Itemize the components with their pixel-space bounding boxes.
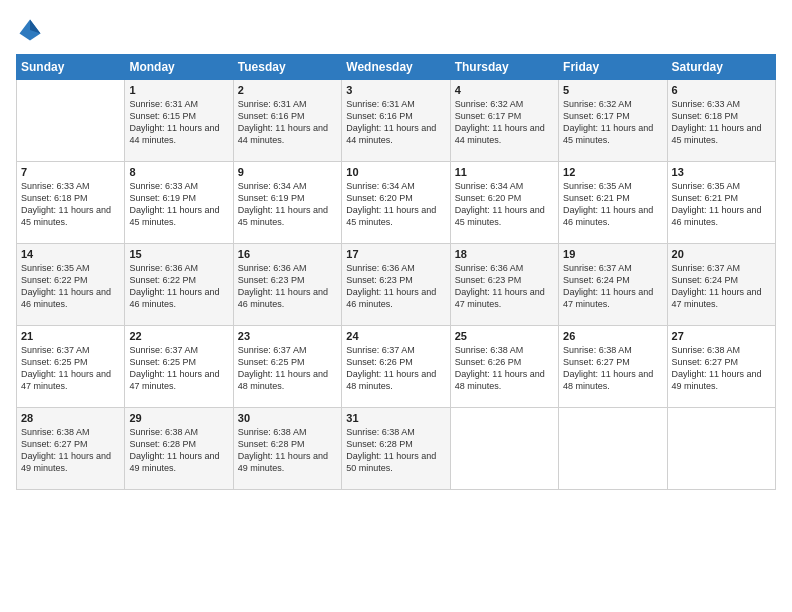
day-number: 26 xyxy=(563,330,662,342)
cell-info: Sunrise: 6:36 AM Sunset: 6:22 PM Dayligh… xyxy=(129,262,228,311)
calendar-cell: 7Sunrise: 6:33 AM Sunset: 6:18 PM Daylig… xyxy=(17,162,125,244)
cell-info: Sunrise: 6:35 AM Sunset: 6:21 PM Dayligh… xyxy=(672,180,771,229)
cell-info: Sunrise: 6:36 AM Sunset: 6:23 PM Dayligh… xyxy=(455,262,554,311)
cell-info: Sunrise: 6:38 AM Sunset: 6:28 PM Dayligh… xyxy=(129,426,228,475)
calendar-cell: 11Sunrise: 6:34 AM Sunset: 6:20 PM Dayli… xyxy=(450,162,558,244)
day-number: 10 xyxy=(346,166,445,178)
cell-info: Sunrise: 6:37 AM Sunset: 6:25 PM Dayligh… xyxy=(238,344,337,393)
calendar-cell: 29Sunrise: 6:38 AM Sunset: 6:28 PM Dayli… xyxy=(125,408,233,490)
cell-info: Sunrise: 6:38 AM Sunset: 6:27 PM Dayligh… xyxy=(563,344,662,393)
cell-info: Sunrise: 6:34 AM Sunset: 6:19 PM Dayligh… xyxy=(238,180,337,229)
day-number: 1 xyxy=(129,84,228,96)
calendar-cell: 31Sunrise: 6:38 AM Sunset: 6:28 PM Dayli… xyxy=(342,408,450,490)
cell-info: Sunrise: 6:36 AM Sunset: 6:23 PM Dayligh… xyxy=(238,262,337,311)
calendar-table: SundayMondayTuesdayWednesdayThursdayFrid… xyxy=(16,54,776,490)
calendar-cell: 21Sunrise: 6:37 AM Sunset: 6:25 PM Dayli… xyxy=(17,326,125,408)
day-number: 11 xyxy=(455,166,554,178)
day-number: 12 xyxy=(563,166,662,178)
day-number: 8 xyxy=(129,166,228,178)
cell-info: Sunrise: 6:38 AM Sunset: 6:28 PM Dayligh… xyxy=(346,426,445,475)
calendar-cell: 25Sunrise: 6:38 AM Sunset: 6:26 PM Dayli… xyxy=(450,326,558,408)
calendar-cell: 4Sunrise: 6:32 AM Sunset: 6:17 PM Daylig… xyxy=(450,80,558,162)
day-number: 29 xyxy=(129,412,228,424)
cell-info: Sunrise: 6:37 AM Sunset: 6:24 PM Dayligh… xyxy=(563,262,662,311)
cell-info: Sunrise: 6:33 AM Sunset: 6:18 PM Dayligh… xyxy=(21,180,120,229)
cell-info: Sunrise: 6:32 AM Sunset: 6:17 PM Dayligh… xyxy=(455,98,554,147)
calendar-cell: 20Sunrise: 6:37 AM Sunset: 6:24 PM Dayli… xyxy=(667,244,775,326)
cell-info: Sunrise: 6:31 AM Sunset: 6:15 PM Dayligh… xyxy=(129,98,228,147)
day-number: 6 xyxy=(672,84,771,96)
day-number: 9 xyxy=(238,166,337,178)
day-number: 21 xyxy=(21,330,120,342)
calendar-cell: 27Sunrise: 6:38 AM Sunset: 6:27 PM Dayli… xyxy=(667,326,775,408)
weekday-header-monday: Monday xyxy=(125,55,233,80)
calendar-cell: 9Sunrise: 6:34 AM Sunset: 6:19 PM Daylig… xyxy=(233,162,341,244)
weekday-header-friday: Friday xyxy=(559,55,667,80)
weekday-header-thursday: Thursday xyxy=(450,55,558,80)
calendar-cell: 30Sunrise: 6:38 AM Sunset: 6:28 PM Dayli… xyxy=(233,408,341,490)
calendar-cell: 18Sunrise: 6:36 AM Sunset: 6:23 PM Dayli… xyxy=(450,244,558,326)
calendar-cell: 12Sunrise: 6:35 AM Sunset: 6:21 PM Dayli… xyxy=(559,162,667,244)
calendar-cell: 16Sunrise: 6:36 AM Sunset: 6:23 PM Dayli… xyxy=(233,244,341,326)
calendar-cell: 26Sunrise: 6:38 AM Sunset: 6:27 PM Dayli… xyxy=(559,326,667,408)
day-number: 7 xyxy=(21,166,120,178)
calendar-cell: 8Sunrise: 6:33 AM Sunset: 6:19 PM Daylig… xyxy=(125,162,233,244)
weekday-header-tuesday: Tuesday xyxy=(233,55,341,80)
weekday-header-saturday: Saturday xyxy=(667,55,775,80)
calendar-cell: 23Sunrise: 6:37 AM Sunset: 6:25 PM Dayli… xyxy=(233,326,341,408)
calendar-cell: 28Sunrise: 6:38 AM Sunset: 6:27 PM Dayli… xyxy=(17,408,125,490)
calendar-cell: 14Sunrise: 6:35 AM Sunset: 6:22 PM Dayli… xyxy=(17,244,125,326)
cell-info: Sunrise: 6:38 AM Sunset: 6:28 PM Dayligh… xyxy=(238,426,337,475)
cell-info: Sunrise: 6:38 AM Sunset: 6:27 PM Dayligh… xyxy=(672,344,771,393)
calendar-cell: 5Sunrise: 6:32 AM Sunset: 6:17 PM Daylig… xyxy=(559,80,667,162)
logo xyxy=(16,16,48,44)
logo-icon xyxy=(16,16,44,44)
weekday-header-wednesday: Wednesday xyxy=(342,55,450,80)
day-number: 28 xyxy=(21,412,120,424)
cell-info: Sunrise: 6:33 AM Sunset: 6:19 PM Dayligh… xyxy=(129,180,228,229)
page: SundayMondayTuesdayWednesdayThursdayFrid… xyxy=(0,0,792,612)
day-number: 18 xyxy=(455,248,554,260)
cell-info: Sunrise: 6:34 AM Sunset: 6:20 PM Dayligh… xyxy=(455,180,554,229)
calendar-cell: 22Sunrise: 6:37 AM Sunset: 6:25 PM Dayli… xyxy=(125,326,233,408)
day-number: 2 xyxy=(238,84,337,96)
calendar-cell xyxy=(450,408,558,490)
day-number: 5 xyxy=(563,84,662,96)
calendar-cell: 17Sunrise: 6:36 AM Sunset: 6:23 PM Dayli… xyxy=(342,244,450,326)
calendar-cell xyxy=(17,80,125,162)
calendar-cell: 13Sunrise: 6:35 AM Sunset: 6:21 PM Dayli… xyxy=(667,162,775,244)
calendar-cell: 19Sunrise: 6:37 AM Sunset: 6:24 PM Dayli… xyxy=(559,244,667,326)
cell-info: Sunrise: 6:37 AM Sunset: 6:26 PM Dayligh… xyxy=(346,344,445,393)
day-number: 15 xyxy=(129,248,228,260)
calendar-cell xyxy=(559,408,667,490)
calendar-cell: 15Sunrise: 6:36 AM Sunset: 6:22 PM Dayli… xyxy=(125,244,233,326)
calendar-cell xyxy=(667,408,775,490)
calendar-cell: 2Sunrise: 6:31 AM Sunset: 6:16 PM Daylig… xyxy=(233,80,341,162)
cell-info: Sunrise: 6:37 AM Sunset: 6:25 PM Dayligh… xyxy=(21,344,120,393)
day-number: 23 xyxy=(238,330,337,342)
day-number: 27 xyxy=(672,330,771,342)
header xyxy=(16,16,776,44)
cell-info: Sunrise: 6:31 AM Sunset: 6:16 PM Dayligh… xyxy=(238,98,337,147)
cell-info: Sunrise: 6:31 AM Sunset: 6:16 PM Dayligh… xyxy=(346,98,445,147)
day-number: 30 xyxy=(238,412,337,424)
day-number: 17 xyxy=(346,248,445,260)
calendar-cell: 24Sunrise: 6:37 AM Sunset: 6:26 PM Dayli… xyxy=(342,326,450,408)
calendar-cell: 10Sunrise: 6:34 AM Sunset: 6:20 PM Dayli… xyxy=(342,162,450,244)
weekday-header-sunday: Sunday xyxy=(17,55,125,80)
day-number: 13 xyxy=(672,166,771,178)
day-number: 31 xyxy=(346,412,445,424)
cell-info: Sunrise: 6:35 AM Sunset: 6:21 PM Dayligh… xyxy=(563,180,662,229)
cell-info: Sunrise: 6:35 AM Sunset: 6:22 PM Dayligh… xyxy=(21,262,120,311)
cell-info: Sunrise: 6:32 AM Sunset: 6:17 PM Dayligh… xyxy=(563,98,662,147)
day-number: 16 xyxy=(238,248,337,260)
cell-info: Sunrise: 6:36 AM Sunset: 6:23 PM Dayligh… xyxy=(346,262,445,311)
calendar-cell: 6Sunrise: 6:33 AM Sunset: 6:18 PM Daylig… xyxy=(667,80,775,162)
calendar-cell: 3Sunrise: 6:31 AM Sunset: 6:16 PM Daylig… xyxy=(342,80,450,162)
day-number: 22 xyxy=(129,330,228,342)
day-number: 20 xyxy=(672,248,771,260)
cell-info: Sunrise: 6:34 AM Sunset: 6:20 PM Dayligh… xyxy=(346,180,445,229)
day-number: 3 xyxy=(346,84,445,96)
day-number: 14 xyxy=(21,248,120,260)
cell-info: Sunrise: 6:37 AM Sunset: 6:25 PM Dayligh… xyxy=(129,344,228,393)
